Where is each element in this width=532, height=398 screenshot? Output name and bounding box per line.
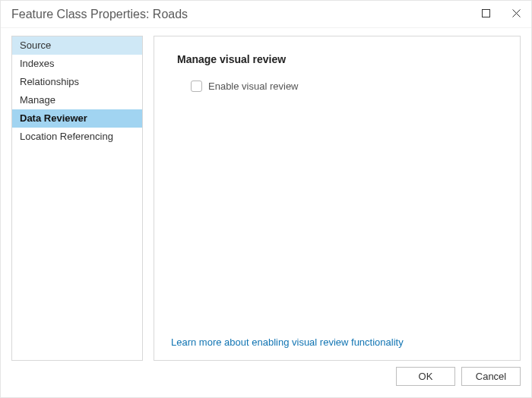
window-controls <box>470 1 531 27</box>
svg-rect-0 <box>482 10 489 17</box>
maximize-button[interactable] <box>470 1 501 27</box>
sidebar-item-relationships[interactable]: Relationships <box>12 73 142 91</box>
close-button[interactable] <box>501 1 531 27</box>
titlebar: Feature Class Properties: Roads <box>1 1 531 28</box>
sidebar-item-label: Indexes <box>20 58 55 69</box>
sidebar-item-manage[interactable]: Manage <box>12 91 142 109</box>
cancel-button[interactable]: Cancel <box>461 367 521 386</box>
enable-visual-review-checkbox[interactable]: Enable visual review <box>191 81 503 92</box>
help-link[interactable]: Learn more about enabling visual review … <box>171 336 503 348</box>
sidebar-item-label: Location Referencing <box>20 131 113 142</box>
content-area: Source Indexes Relationships Manage Data… <box>1 28 531 361</box>
sidebar: Source Indexes Relationships Manage Data… <box>11 36 143 361</box>
sidebar-item-label: Source <box>20 39 51 51</box>
checkbox-icon <box>191 81 202 92</box>
sidebar-item-location-referencing[interactable]: Location Referencing <box>12 128 142 146</box>
sidebar-item-data-reviewer[interactable]: Data Reviewer <box>12 109 142 128</box>
sidebar-item-indexes[interactable]: Indexes <box>12 55 142 73</box>
sidebar-item-source[interactable]: Source <box>12 36 142 55</box>
maximize-icon <box>482 8 490 20</box>
ok-button[interactable]: OK <box>396 367 455 386</box>
dialog-footer: OK Cancel <box>1 361 531 391</box>
sidebar-item-label: Relationships <box>20 76 79 87</box>
main-panel: Manage visual review Enable visual revie… <box>154 36 521 361</box>
checkbox-label: Enable visual review <box>208 81 299 92</box>
close-icon <box>512 8 521 20</box>
sidebar-item-label: Data Reviewer <box>20 112 87 124</box>
window-title: Feature Class Properties: Roads <box>11 8 470 21</box>
panel-heading: Manage visual review <box>177 53 503 65</box>
sidebar-item-label: Manage <box>20 94 55 106</box>
